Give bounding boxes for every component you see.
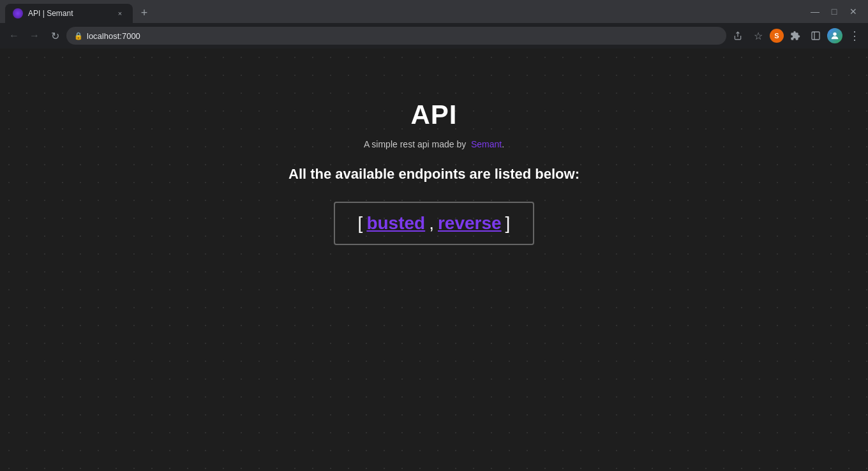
semant-link[interactable]: Semant [471,139,502,149]
subtitle-period: . [502,139,504,149]
bracket-open: [ [358,213,363,234]
endpoints-heading: All the available endpoints are listed b… [288,166,580,183]
svg-rect-1 [812,32,819,40]
subtitle-text: A simple rest api made by [364,139,466,149]
minimize-button[interactable]: — [807,3,823,20]
sidebar-button[interactable] [807,27,825,45]
page-title: API [410,100,457,130]
tab-close-button[interactable]: × [115,8,125,19]
endpoints-box: [ busted , reverse ] [334,202,535,245]
close-button[interactable]: ✕ [845,3,862,20]
comma: , [429,213,434,234]
extension-orange-icon[interactable]: S [770,29,784,43]
tab-title: API | Semant [28,9,110,18]
busted-link[interactable]: busted [366,213,425,234]
page-inner: API A simple rest api made by Semant. Al… [288,100,580,245]
browser-chrome: API | Semant × + — □ ✕ ← → ↻ 🔒 localhost… [0,0,868,49]
window-controls: — □ ✕ [800,3,868,20]
new-tab-button[interactable]: + [135,4,153,22]
active-tab[interactable]: API | Semant × [5,4,133,23]
back-button[interactable]: ← [5,27,23,45]
share-button[interactable] [729,27,747,45]
address-bar[interactable]: 🔒 localhost:7000 [66,27,726,45]
more-menu-button[interactable]: ⋮ [845,27,863,45]
maximize-button[interactable]: □ [826,3,842,20]
refresh-button[interactable]: ↻ [46,27,64,45]
extensions-button[interactable] [786,27,804,45]
page-subtitle: A simple rest api made by Semant. [364,139,504,149]
star-button[interactable]: ☆ [749,27,767,45]
profile-button[interactable] [827,28,842,43]
svg-point-3 [833,33,836,36]
tab-favicon [13,8,23,19]
page-content: .dot-bg { position: absolute; top: 0; le… [0,49,868,471]
bracket-close: ] [505,213,511,234]
reverse-link[interactable]: reverse [438,213,502,234]
address-text: localhost:7000 [87,31,140,41]
lock-icon: 🔒 [74,32,83,40]
forward-button[interactable]: → [26,27,43,45]
